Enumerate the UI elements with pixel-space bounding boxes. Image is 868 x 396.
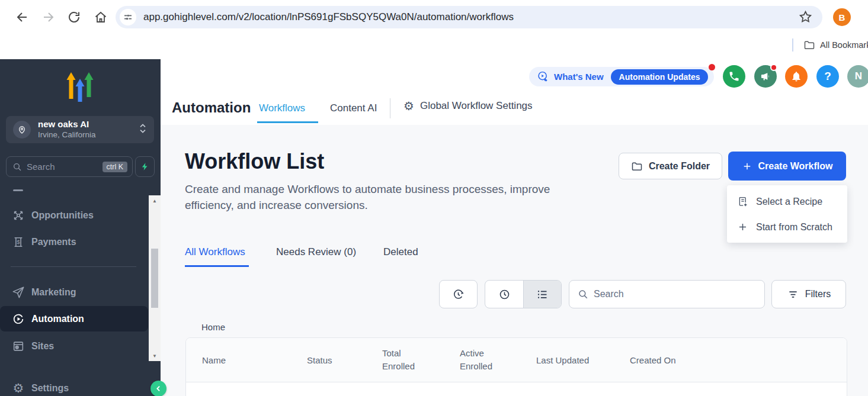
sidebar-item-automation[interactable]: Automation [0,306,148,331]
notifications-button[interactable] [785,65,808,88]
chevron-left-icon [155,385,162,392]
workflow-search-input[interactable] [594,289,754,300]
sidebar-item-payments[interactable]: $ Payments [0,232,148,252]
view-toggle [485,280,562,308]
question-mark-icon: ? [824,70,831,83]
sidebar-search-input[interactable] [27,162,86,172]
sidebar-collapse-button[interactable] [150,381,166,396]
lightning-bolt-icon [140,162,149,171]
scroll-up-icon[interactable]: ▲ [149,195,161,206]
marketing-send-icon [12,286,25,299]
folder-icon [803,39,815,51]
list-view-button[interactable] [523,281,561,308]
settings-gear-icon: ⚙ [12,382,25,395]
active-tab-underline [257,121,318,123]
sites-icon [12,340,25,353]
filter-icon [787,288,799,301]
automation-updates-badge[interactable]: Automation Updates [611,69,709,85]
forward-icon[interactable] [41,10,56,24]
bookmarks-bar: All Bookmarks [0,34,868,59]
all-bookmarks-label[interactable]: All Bookmarks [820,40,868,50]
tab-deleted[interactable]: Deleted [383,246,418,258]
time-view-button[interactable] [485,281,523,308]
column-header-created-on: Created On [630,355,847,365]
home-icon[interactable] [94,10,108,24]
column-header-active-enrolled: Active Enrolled [460,347,536,373]
gear-icon: ⚙ [403,99,414,112]
automation-icon [12,313,25,326]
tab-workflows[interactable]: Workflows [259,102,305,114]
payments-icon: $ [12,236,25,249]
filters-button[interactable]: Filters [771,280,846,308]
column-header-name: Name [202,355,307,365]
location-pin-icon [13,121,31,139]
whats-new-label: What's New [554,72,604,82]
sidebar-search[interactable]: ctrl K [6,156,133,177]
sidebar-item-sites[interactable]: Sites [0,336,148,356]
workflow-list-subtitle: Create and manage Workflows to automate … [185,181,600,213]
whats-new-icon [537,70,549,83]
main-content: What's New Automation Updates ? N Automa… [161,59,868,396]
phone-icon [728,70,740,82]
recipe-icon [737,196,748,207]
gohighlevel-logo-icon [66,72,94,102]
notification-dot [770,64,777,71]
partial-menu-item [13,189,23,191]
workflow-list-title: Workflow List [185,149,324,174]
header-divider [390,98,390,118]
bookmarks-divider [792,38,793,51]
workflow-table: Name Status Total Enrolled Active Enroll… [185,337,847,396]
global-workflow-settings-button[interactable]: ⚙ Global Workflow Settings [403,99,533,112]
tab-needs-review[interactable]: Needs Review (0) [276,246,356,258]
notification-dot [709,64,715,70]
column-header-last-updated: Last Updated [536,355,630,365]
column-header-total-enrolled: Total Enrolled [382,347,460,373]
create-folder-button[interactable]: Create Folder [619,153,722,179]
keyboard-shortcut-badge: ctrl K [103,162,127,172]
history-clock-icon [452,288,465,301]
whats-new-pill[interactable]: What's New Automation Updates [529,67,714,86]
sidebar-item-marketing[interactable]: Marketing [0,282,148,302]
list-icon [536,288,549,301]
browser-toolbar: app.gohighlevel.com/v2/location/lnPS691g… [0,0,868,34]
breadcrumb-home[interactable]: Home [201,322,225,332]
opportunities-icon [12,209,25,222]
scroll-down-icon[interactable]: ▼ [149,350,161,361]
scrollbar-thumb[interactable] [151,249,158,308]
tab-all-workflows[interactable]: All Workflows [185,246,245,258]
quick-actions-button[interactable] [135,156,155,177]
history-button[interactable] [439,280,478,308]
chevron-up-down-icon [139,123,147,137]
refresh-icon[interactable] [67,10,81,24]
sidebar-item-opportunities[interactable]: Opportunities [0,205,148,226]
bookmark-star-icon[interactable] [798,9,813,24]
help-button[interactable]: ? [816,65,839,88]
back-icon[interactable] [15,10,29,24]
table-row [186,382,847,396]
url-text: app.gohighlevel.com/v2/location/lnPS691g… [143,11,514,23]
search-icon [12,162,22,172]
megaphone-icon [760,70,771,82]
address-bar[interactable]: app.gohighlevel.com/v2/location/lnPS691g… [116,6,822,28]
menu-item-start-from-scratch[interactable]: Start from Scratch [727,214,847,240]
browser-profile-avatar[interactable]: B [833,8,851,26]
menu-item-select-recipe[interactable]: Select a Recipe [727,189,847,214]
tab-content-ai[interactable]: Content AI [330,102,377,114]
location-name: new oaks AI [38,119,96,130]
sidebar: new oaks AI Irvine, California ctrl K Op… [0,59,161,396]
create-workflow-menu: Select a Recipe Start from Scratch [727,185,847,243]
location-city: Irvine, California [38,130,96,140]
phone-button[interactable] [723,65,745,88]
page-title: Automation [172,99,251,116]
sidebar-item-settings[interactable]: ⚙ Settings [0,378,148,396]
user-avatar[interactable]: N [847,65,868,88]
workflow-search[interactable] [569,280,765,308]
location-switcher[interactable]: new oaks AI Irvine, California [6,116,154,143]
table-header-row: Name Status Total Enrolled Active Enroll… [186,338,847,382]
sidebar-scrollbar[interactable]: ▲ ▼ [149,195,161,361]
create-workflow-button[interactable]: Create Workflow [728,152,846,181]
avatar-initial: N [855,70,862,82]
search-icon [578,289,588,300]
site-settings-icon[interactable] [120,9,136,25]
active-tab-underline [185,265,249,267]
